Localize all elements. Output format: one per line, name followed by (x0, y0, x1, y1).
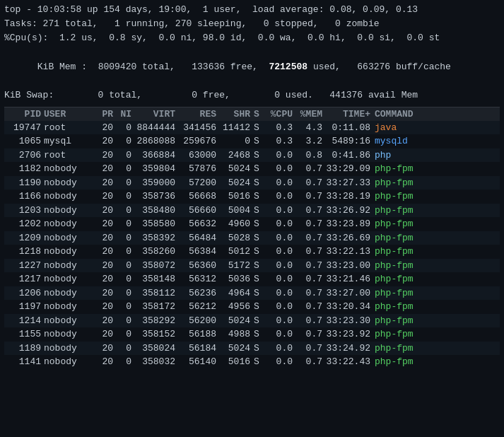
table-row: 1206 nobody 20 0 358112 56236 4964 S 0.0… (4, 286, 500, 301)
cell-res: 57876 (175, 162, 216, 176)
cell-s: S (250, 190, 263, 204)
cell-virt: 366884 (131, 148, 175, 163)
cell-user: nobody (41, 327, 92, 342)
cell-s: S (250, 204, 263, 218)
cell-res: 56200 (175, 314, 216, 328)
cell-time: 0:11.08 (322, 121, 370, 135)
cell-virt: 358260 (131, 245, 175, 259)
table-row: 1203 nobody 20 0 358480 56660 5004 S 0.0… (4, 204, 500, 218)
cell-cpu: 0.0 (263, 286, 293, 301)
cell-cpu: 0.0 (263, 204, 293, 218)
cell-pr: 20 (92, 355, 113, 369)
cell-ni: 0 (113, 190, 131, 204)
cell-pid: 19747 (4, 121, 41, 135)
cell-cpu: 0.0 (263, 259, 293, 273)
cell-shr: 5004 (216, 204, 250, 218)
cell-res: 56140 (175, 355, 216, 369)
cell-res: 56384 (175, 245, 216, 259)
header-section: top - 10:03:58 up 154 days, 19:00, 1 use… (4, 3, 500, 103)
cell-ni: 0 (113, 286, 131, 301)
cell-pr: 20 (92, 245, 113, 259)
cell-pr: 20 (92, 162, 113, 176)
table-row: 1065 mysql 20 0 2868088 259676 0 S 0.3 3… (4, 134, 500, 148)
col-header-res: RES (175, 109, 216, 120)
cell-shr: 5024 (216, 162, 250, 176)
cell-time: 33:21.46 (322, 272, 370, 286)
process-table: 19747 root 20 0 8844444 341456 11412 S 0… (4, 121, 500, 369)
cell-time: 33:29.09 (322, 162, 370, 176)
cell-pid: 1065 (4, 134, 41, 148)
cell-res: 56360 (175, 259, 216, 273)
cell-virt: 358392 (131, 231, 175, 245)
cell-cmd: php-fpm (370, 176, 427, 190)
cell-pid: 1217 (4, 272, 41, 286)
cell-pid: 1155 (4, 327, 41, 342)
cell-s: S (250, 176, 263, 190)
cell-cpu: 0.0 (263, 355, 293, 369)
cell-user: nobody (41, 162, 92, 176)
cell-shr: 5016 (216, 355, 250, 369)
cell-cpu: 0.0 (263, 300, 293, 314)
cell-ni: 0 (113, 162, 131, 176)
cell-virt: 358072 (131, 259, 175, 273)
cell-cmd: php-fpm (370, 217, 427, 231)
header-line-2: Tasks: 271 total, 1 running, 270 sleepin… (4, 17, 500, 31)
cell-user: nobody (41, 355, 92, 369)
cell-s: S (250, 162, 263, 176)
cell-cpu: 0.0 (263, 272, 293, 286)
cell-mem: 0.7 (293, 231, 322, 245)
cell-mem: 0.7 (293, 217, 322, 231)
cell-time: 33:23.30 (322, 314, 370, 328)
mem-used-value: 7212508 (269, 62, 307, 72)
header-line-3: %Cpu(s): 1.2 us, 0.8 sy, 0.0 ni, 98.0 id… (4, 31, 500, 45)
cell-time: 33:22.43 (322, 355, 370, 369)
cell-cmd: php-fpm (370, 327, 427, 342)
cell-cmd: php-fpm (370, 342, 427, 356)
cell-shr: 4956 (216, 300, 250, 314)
cell-mem: 0.7 (293, 245, 322, 259)
mem-label: KiB Mem : 8009420 total, 133636 free, (37, 62, 269, 72)
cell-shr: 5036 (216, 272, 250, 286)
cell-res: 259676 (175, 134, 216, 148)
cell-virt: 359000 (131, 176, 175, 190)
cell-shr: 2468 (216, 148, 250, 163)
cell-mem: 0.7 (293, 327, 322, 342)
cell-res: 56184 (175, 342, 216, 356)
cell-virt: 358112 (131, 286, 175, 301)
cell-time: 33:23.89 (322, 217, 370, 231)
cell-user: nobody (41, 314, 92, 328)
cell-mem: 0.7 (293, 286, 322, 301)
cell-cmd: php-fpm (370, 204, 427, 218)
cell-shr: 4960 (216, 217, 250, 231)
cell-pr: 20 (92, 259, 113, 273)
cell-user: nobody (41, 259, 92, 273)
cell-pr: 20 (92, 204, 113, 218)
cell-cmd: php-fpm (370, 355, 427, 369)
cell-shr: 4988 (216, 327, 250, 342)
cell-pr: 20 (92, 286, 113, 301)
cell-cpu: 0.0 (263, 231, 293, 245)
cell-cmd: php-fpm (370, 300, 427, 314)
cell-pid: 1202 (4, 217, 41, 231)
cell-user: root (41, 121, 92, 135)
table-row: 1190 nobody 20 0 359000 57200 5024 S 0.0… (4, 176, 500, 190)
col-header-user: USER (41, 109, 92, 120)
cell-ni: 0 (113, 121, 131, 135)
table-row: 1217 nobody 20 0 358148 56312 5036 S 0.0… (4, 272, 500, 286)
cell-cmd: php-fpm (370, 231, 427, 245)
cell-res: 57200 (175, 176, 216, 190)
cell-user: nobody (41, 272, 92, 286)
cell-pr: 20 (92, 134, 113, 148)
col-header-time: TIME+ (322, 109, 370, 120)
col-header-pr: PR (92, 109, 113, 120)
cell-pid: 1206 (4, 286, 41, 301)
cell-pr: 20 (92, 176, 113, 190)
table-row: 1202 nobody 20 0 358580 56632 4960 S 0.0… (4, 217, 500, 231)
cell-cmd: php-fpm (370, 259, 427, 273)
table-row: 1197 nobody 20 0 358172 56212 4956 S 0.0… (4, 300, 500, 314)
cell-mem: 0.7 (293, 162, 322, 176)
cell-ni: 0 (113, 231, 131, 245)
cell-cpu: 0.3 (263, 134, 293, 148)
cell-mem: 0.7 (293, 342, 322, 356)
cell-cmd: php (370, 148, 427, 163)
